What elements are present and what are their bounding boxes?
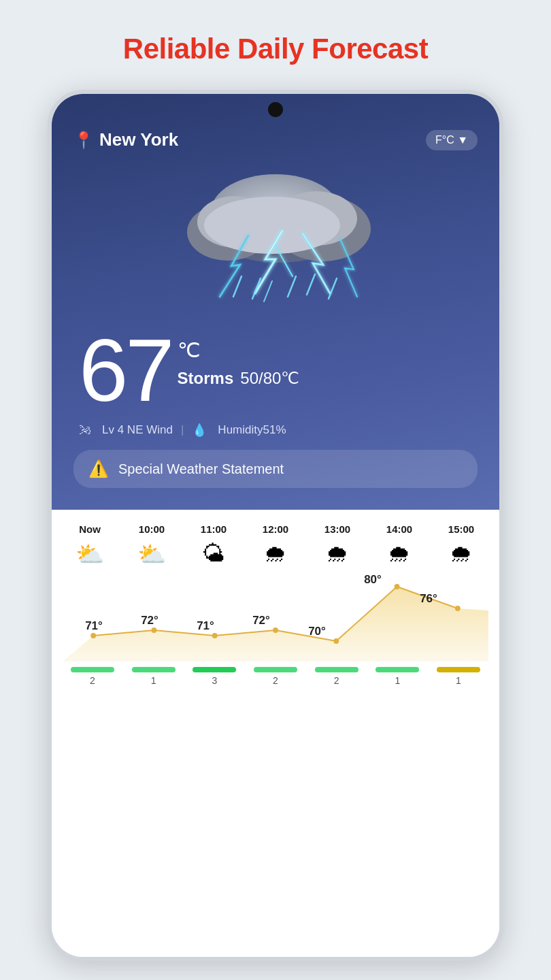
- svg-line-12: [264, 281, 272, 301]
- hour-col: 10:00 ⛅: [124, 523, 179, 570]
- divider: |: [181, 423, 184, 437]
- wind-label: Lv 4 NE Wind: [102, 423, 173, 437]
- uv-col: 2: [248, 667, 303, 686]
- svg-point-16: [273, 627, 278, 633]
- hour-col: Now ⛅: [63, 523, 117, 570]
- svg-line-7: [233, 276, 241, 297]
- phone-frame: 📍 New York F°C ▼: [48, 90, 503, 961]
- uv-label: 2: [273, 675, 278, 686]
- city-name: New York: [99, 129, 178, 150]
- hourly-row: Now ⛅ 10:00 ⛅ 11:00 🌤 12:00 🌧 13:00 🌧 14…: [63, 523, 488, 570]
- uv-bar: [193, 667, 236, 672]
- weather-icon: 🌧: [264, 540, 287, 567]
- weather-icon: 🌧: [326, 540, 349, 567]
- hour-label: 11:00: [201, 523, 227, 535]
- hour-col: 11:00 🌤: [186, 523, 241, 570]
- chart-area: 71°72°71°72°70°80°76°: [63, 573, 488, 662]
- temp-desc-row: Storms 50/80℃: [178, 369, 300, 388]
- uv-label: 2: [90, 675, 95, 686]
- temperature-row: 67 ℃ Storms 50/80℃: [79, 326, 478, 414]
- svg-line-9: [288, 276, 296, 297]
- weather-icon: 🌤: [202, 540, 225, 567]
- hour-label: Now: [79, 523, 101, 535]
- weather-icon: 🌧: [388, 540, 411, 567]
- uv-bar: [375, 667, 419, 672]
- location-label: 📍 New York: [73, 129, 178, 150]
- uv-row: 2 1 3 2 2 1 1: [63, 667, 488, 686]
- uv-bar: [254, 667, 297, 672]
- condition-label: Storms: [178, 369, 234, 388]
- alert-triangle-icon: ⚠️: [88, 459, 109, 478]
- hour-col: 12:00 🌧: [248, 523, 303, 570]
- uv-col: 1: [370, 667, 424, 686]
- hour-label: 12:00: [263, 523, 288, 535]
- chart-temp-label: 80°: [346, 573, 400, 587]
- forecast-section: Now ⛅ 10:00 ⛅ 11:00 🌤 12:00 🌧 13:00 🌧 14…: [52, 510, 499, 957]
- weather-icon: ⛅: [137, 540, 166, 568]
- uv-label: 2: [334, 675, 339, 686]
- hour-label: 13:00: [324, 523, 350, 535]
- chart-temp-label: 71°: [178, 619, 233, 633]
- svg-point-17: [333, 638, 339, 644]
- temp-range: 50/80℃: [240, 369, 299, 388]
- chart-temp-label: 70°: [290, 625, 344, 638]
- uv-label: 1: [456, 675, 461, 686]
- chart-temp-label: 76°: [401, 592, 456, 606]
- uv-bar: [71, 667, 114, 672]
- uv-col: 2: [310, 667, 364, 686]
- hour-label: 14:00: [386, 523, 412, 535]
- header-row: 📍 New York F°C ▼: [73, 129, 478, 150]
- uv-bar: [437, 667, 480, 672]
- uv-col: 1: [127, 667, 181, 686]
- humidity-icon: 💧: [192, 423, 207, 438]
- alert-text: Special Weather Statement: [118, 461, 284, 477]
- temp-unit: ℃: [178, 338, 300, 362]
- conditions-row: 🌬 Lv 4 NE Wind | 💧 Humidity51%: [79, 423, 478, 438]
- humidity-label: Humidity51%: [218, 423, 286, 437]
- uv-col: 2: [65, 667, 120, 686]
- weather-section: 📍 New York F°C ▼: [52, 94, 499, 510]
- weather-icon: 🌧: [450, 540, 473, 567]
- svg-point-14: [151, 627, 156, 633]
- temperature-value: 67: [79, 326, 172, 414]
- chart-temp-label: 71°: [67, 619, 121, 633]
- uv-bar: [132, 667, 176, 672]
- temp-unit-desc: ℃ Storms 50/80℃: [178, 338, 300, 388]
- storm-illustration: [73, 157, 478, 321]
- svg-line-10: [307, 274, 315, 295]
- page-title: Reliable Daily Forecast: [123, 33, 428, 65]
- uv-bar: [315, 667, 358, 672]
- camera-notch: [268, 102, 283, 117]
- uv-label: 1: [395, 675, 400, 686]
- hour-col: 13:00 🌧: [310, 523, 365, 570]
- uv-label: 3: [212, 675, 217, 686]
- svg-point-13: [90, 633, 96, 638]
- svg-line-11: [329, 278, 337, 299]
- hour-col: 14:00 🌧: [372, 523, 427, 570]
- svg-point-15: [212, 633, 218, 638]
- alert-bar[interactable]: ⚠️ Special Weather Statement: [73, 450, 478, 488]
- uv-col: 1: [431, 667, 486, 686]
- chart-temp-label: 72°: [122, 614, 177, 627]
- wind-icon: 🌬: [79, 423, 91, 438]
- chart-temp-label: 72°: [234, 614, 288, 627]
- svg-point-19: [455, 606, 461, 611]
- uv-col: 3: [187, 667, 241, 686]
- location-pin-icon: 📍: [73, 131, 94, 150]
- hour-label: 10:00: [139, 523, 165, 535]
- unit-selector[interactable]: F°C ▼: [426, 130, 478, 150]
- weather-icon: ⛅: [76, 540, 104, 568]
- hour-col: 15:00 🌧: [434, 523, 488, 570]
- hour-label: 15:00: [448, 523, 474, 535]
- svg-point-6: [204, 197, 340, 254]
- uv-label: 1: [151, 675, 156, 686]
